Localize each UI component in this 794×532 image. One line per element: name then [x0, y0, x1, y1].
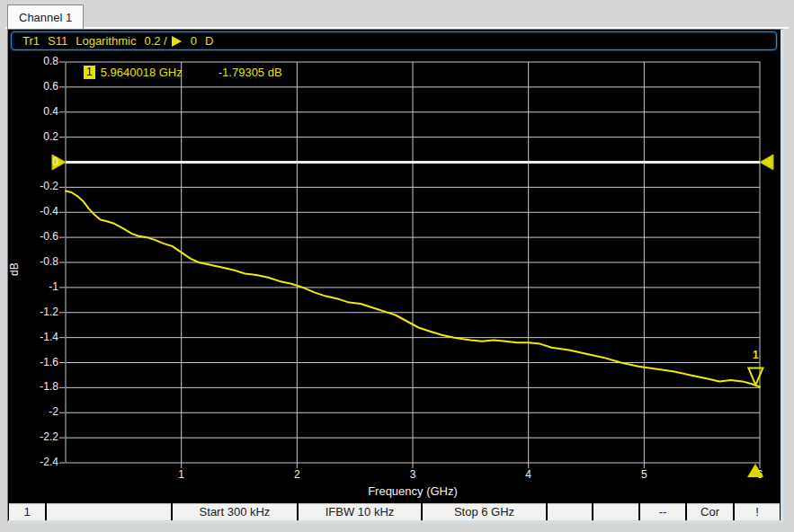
x-tick-label: 5 [630, 468, 657, 481]
tab-pane-edge [5, 27, 789, 29]
status-cell-status-spacer-1 [47, 503, 171, 520]
status-bar: 1Start 300 kHzIFBW 10 kHzStop 6 GHz--Cor… [9, 503, 780, 520]
y-tick-label: 0.2 [13, 130, 58, 143]
tab-channel-1[interactable]: Channel 1 [7, 4, 84, 29]
status-cell-status-spacer-2 [548, 503, 592, 520]
status-cell-channel-number[interactable]: 1 [9, 503, 45, 520]
marker-frequency: 5.9640018 GHz [101, 66, 183, 79]
status-cell-warning-indicator[interactable]: ! [735, 503, 780, 520]
y-tick-label: -1.2 [13, 306, 58, 318]
status-cell-start-frequency[interactable]: Start 300 kHz [173, 503, 297, 520]
marker-1-axis-triangle-icon[interactable] [747, 464, 763, 477]
diagram-area[interactable]: Tr1 S11 Logarithmic 0.2 / 0 D 0.80.60.40… [7, 29, 784, 523]
plot-area[interactable]: 0.80.60.40.20-0.2-0.4-0.6-0.8-1-1.2-1.4-… [8, 30, 781, 520]
x-tick-label: 3 [399, 468, 426, 481]
y-tick-label: -0.4 [13, 205, 58, 217]
y-tick-label: -0.2 [13, 180, 58, 192]
y-tick-label: 0.8 [13, 55, 58, 67]
status-cell-stop-frequency[interactable]: Stop 6 GHz [423, 503, 546, 520]
y-tick-label: -0.6 [13, 230, 58, 243]
status-cell-if-bandwidth[interactable]: IFBW 10 kHz [299, 503, 421, 520]
marker-1-triangle-icon[interactable] [748, 368, 763, 385]
x-tick-label: 2 [283, 468, 310, 481]
y-tick-label: -1.6 [13, 356, 58, 368]
marker-number-badge: 1 [84, 66, 95, 79]
y-tick-label: -2.4 [13, 456, 58, 468]
tab-label: Channel 1 [19, 11, 72, 24]
y-tick-label: -1.8 [13, 380, 58, 393]
status-cell-correction-status[interactable]: Cor [687, 503, 733, 520]
status-cell-trace-statistics[interactable]: -- [640, 503, 685, 520]
y-tick-label: 0.4 [13, 105, 58, 118]
y-tick-label: -1 [13, 280, 58, 293]
y-tick-label: -2 [13, 405, 58, 418]
marker-readout[interactable]: 15.9640018 GHz-1.79305 dB [84, 66, 282, 80]
marker-value: -1.79305 dB [219, 66, 282, 79]
plot-canvas [8, 30, 781, 523]
marker-1-label: 1 [746, 349, 764, 361]
y-tick-label: -1.4 [13, 331, 58, 343]
x-axis-title: Frequency (GHz) [350, 484, 476, 498]
y-tick-label: 0 [13, 155, 58, 168]
ref-level-triangle-right-icon[interactable] [760, 155, 773, 170]
y-tick-label: 0.6 [13, 80, 58, 93]
x-tick-label: 4 [515, 468, 542, 481]
x-tick-label: 1 [168, 468, 195, 481]
y-axis-title: dB [8, 249, 21, 276]
y-tick-label: -2.2 [13, 430, 58, 443]
status-cell-status-spacer-3 [593, 503, 638, 520]
